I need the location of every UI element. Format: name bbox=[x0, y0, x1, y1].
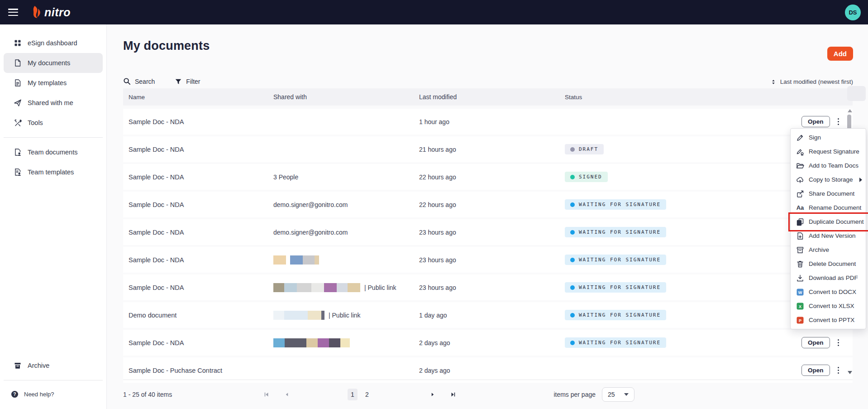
sidebar-item-esign-dashboard[interactable]: eSign dashboard bbox=[4, 33, 103, 53]
status-badge: WAITING FOR SIGNATURE bbox=[565, 337, 666, 348]
download-icon bbox=[796, 274, 804, 282]
sidebar-item-my-documents[interactable]: My documents bbox=[4, 53, 103, 73]
table-row[interactable]: Sample Doc - NDA demo.signer@gonitro.com… bbox=[123, 219, 853, 245]
row-actions: Open bbox=[801, 365, 853, 376]
hamburger-menu-icon[interactable] bbox=[8, 9, 18, 16]
menu-item-convert-to-docx[interactable]: W Convert to DOCX bbox=[791, 285, 866, 299]
scrollbar-up-arrow[interactable] bbox=[848, 109, 852, 112]
sidebar-item-team-templates[interactable]: Team templates bbox=[4, 162, 103, 182]
shared-with-cell: 3 People bbox=[273, 173, 419, 181]
sidebar-item-archive[interactable]: Archive bbox=[4, 356, 103, 375]
rename-icon: Aa bbox=[796, 204, 804, 211]
menu-item-convert-to-pptx[interactable]: P Convert to PPTX bbox=[791, 313, 866, 327]
page-number-2[interactable]: 2 bbox=[362, 389, 372, 400]
column-header-shared[interactable]: Shared with bbox=[273, 93, 419, 101]
open-button[interactable]: Open bbox=[801, 116, 830, 127]
user-avatar[interactable]: DS bbox=[845, 5, 861, 20]
row-actions: Open bbox=[801, 337, 853, 348]
status-badge: WAITING FOR SIGNATURE bbox=[565, 227, 666, 237]
sidebar-item-tools[interactable]: Tools bbox=[4, 113, 103, 133]
sidebar-item-shared-with-me[interactable]: Shared with me bbox=[4, 93, 103, 113]
status-badge: DRAFT bbox=[565, 144, 604, 154]
menu-item-duplicate-document[interactable]: Duplicate Document bbox=[791, 215, 866, 229]
table-row[interactable]: Sample Doc - NDA 3 People 22 hours ago S… bbox=[123, 164, 853, 190]
open-button[interactable]: Open bbox=[801, 337, 830, 348]
table-row[interactable]: Sample Doc - Puchase Contract 2 days ago… bbox=[123, 357, 853, 383]
filter-button[interactable]: Filter bbox=[175, 78, 200, 85]
need-help-link[interactable]: ? Need help? bbox=[0, 385, 106, 403]
table-row[interactable]: Sample Doc - NDA 21 hours ago DRAFT bbox=[123, 136, 853, 162]
menu-item-download-as-pdf[interactable]: Download as PDF bbox=[791, 271, 866, 285]
last-page-button[interactable] bbox=[450, 391, 456, 398]
menu-item-sign[interactable]: Sign bbox=[791, 130, 866, 144]
sidebar-item-label: My templates bbox=[28, 79, 67, 87]
last-modified-cell: 23 hours ago bbox=[419, 284, 565, 291]
kebab-menu-icon[interactable] bbox=[836, 337, 841, 348]
last-modified-cell: 22 hours ago bbox=[419, 173, 565, 181]
pagination-bar: 1 - 25 of 40 items 1 2 bbox=[123, 380, 853, 409]
table-row[interactable]: Sample Doc - NDA 23 hours ago WAITING FO… bbox=[123, 247, 853, 273]
items-per-page-select[interactable]: 25 bbox=[602, 387, 634, 402]
table-header: Name Shared with Last modified Status bbox=[123, 88, 853, 106]
menu-item-add-new-version[interactable]: Add New Version bbox=[791, 229, 866, 243]
column-header-status[interactable]: Status bbox=[565, 94, 853, 101]
table-toolbar: Search Filter bbox=[123, 77, 200, 85]
previous-page-button[interactable] bbox=[284, 392, 290, 397]
scrollbar-corner[interactable] bbox=[847, 86, 866, 101]
scrollbar-down-arrow[interactable] bbox=[848, 371, 852, 374]
sort-control[interactable]: Last modified (newest first) bbox=[770, 78, 853, 85]
search-button[interactable]: Search bbox=[123, 77, 155, 85]
menu-item-copy-to-storage[interactable]: Copy to Storage bbox=[791, 173, 866, 187]
menu-item-label: Request Signature bbox=[809, 148, 859, 155]
table-row[interactable]: Sample Doc - NDA demo.signer@gonitro.com… bbox=[123, 192, 853, 217]
table-row[interactable]: Sample Doc - NDA | Public link 23 hours … bbox=[123, 274, 853, 300]
pen-icon bbox=[796, 134, 804, 142]
next-page-button[interactable] bbox=[430, 392, 435, 397]
status-badge: WAITING FOR SIGNATURE bbox=[565, 282, 666, 293]
status-dot bbox=[570, 175, 575, 179]
menu-item-rename-document[interactable]: Aa Rename Document bbox=[791, 201, 866, 215]
items-per-page-value: 25 bbox=[608, 391, 615, 398]
table-row[interactable]: Sample Doc - NDA 2 days ago WAITING FOR … bbox=[123, 330, 853, 356]
menu-item-share-document[interactable]: Share Document bbox=[791, 187, 866, 201]
sidebar-item-team-documents[interactable]: Team documents bbox=[4, 142, 103, 162]
team-templates-icon bbox=[14, 168, 22, 176]
help-icon: ? bbox=[11, 390, 19, 398]
table-row[interactable]: Demo document | Public link 1 day ago WA… bbox=[123, 302, 853, 328]
kebab-menu-icon[interactable] bbox=[836, 116, 841, 127]
paper-plane-icon bbox=[14, 99, 22, 107]
first-page-button[interactable] bbox=[263, 391, 270, 398]
menu-item-convert-to-xlsx[interactable]: X Convert to XLSX bbox=[791, 299, 866, 313]
sidebar-item-label: Team documents bbox=[28, 149, 77, 156]
menu-item-label: Sign bbox=[809, 134, 821, 141]
table-row[interactable]: Sample Doc - NDA 1 hour ago Open bbox=[123, 109, 853, 135]
column-header-name[interactable]: Name bbox=[129, 94, 273, 101]
page-number-1[interactable]: 1 bbox=[348, 389, 358, 400]
sidebar-spacer bbox=[0, 182, 106, 356]
menu-item-label: Convert to PPTX bbox=[809, 317, 854, 323]
sidebar-item-label: Team templates bbox=[28, 168, 74, 176]
menu-item-request-signature[interactable]: Request Signature bbox=[791, 144, 866, 159]
share-icon bbox=[796, 190, 804, 198]
add-button[interactable]: Add bbox=[827, 47, 853, 61]
table-rows: Sample Doc - NDA 1 hour ago Open Sample … bbox=[123, 109, 853, 383]
document-name: Sample Doc - NDA bbox=[129, 173, 273, 181]
open-button[interactable]: Open bbox=[801, 365, 830, 376]
cloud-upload-icon bbox=[796, 176, 804, 184]
public-link-label: | Public link bbox=[364, 284, 396, 291]
menu-item-delete-document[interactable]: Delete Document bbox=[791, 257, 866, 271]
sidebar-item-my-templates[interactable]: My templates bbox=[4, 73, 103, 93]
column-header-modified[interactable]: Last modified bbox=[419, 93, 565, 101]
last-modified-cell: 1 day ago bbox=[419, 312, 565, 319]
redacted-recipients bbox=[273, 255, 319, 265]
menu-item-label: Duplicate Document bbox=[809, 218, 864, 225]
kebab-menu-icon[interactable] bbox=[836, 365, 841, 376]
page-title: My documents bbox=[123, 39, 210, 53]
last-modified-cell: 23 hours ago bbox=[419, 256, 565, 264]
nitro-logo[interactable]: nitro bbox=[31, 5, 71, 19]
menu-item-label: Download as PDF bbox=[809, 274, 858, 281]
filter-label: Filter bbox=[186, 78, 200, 85]
menu-item-add-to-team-docs[interactable]: Add to Team Docs bbox=[791, 159, 866, 173]
menu-item-archive[interactable]: Archive bbox=[791, 243, 866, 257]
status-dot bbox=[570, 147, 575, 152]
